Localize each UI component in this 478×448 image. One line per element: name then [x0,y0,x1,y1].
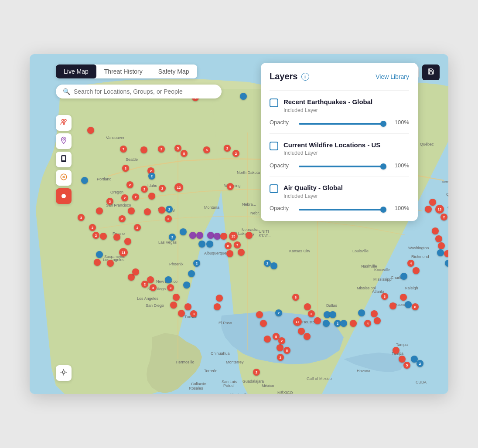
svg-text:Chihuahua: Chihuahua [211,351,230,356]
opacity-slider-wrap-air-quality [299,204,386,212]
layers-header: Layers i View Library [270,71,409,81]
svg-text:Hermosillo: Hermosillo [176,360,195,364]
layer-name-wildfires: Current Wildfire Locations - US [283,141,409,149]
sidebar-people-btn[interactable] [56,115,72,131]
svg-text:Oregon: Oregon [110,190,123,194]
layers-title-text: Layers [270,71,298,81]
tab-safety-map[interactable]: Safety Map [150,64,197,78]
opacity-label-air-quality: Opacity [270,205,294,211]
svg-text:San Francisco: San Francisco [106,203,131,207]
layer-name-earthquakes: Recent Earthquakes - Global [283,98,409,106]
svg-text:Idaho: Idaho [147,183,157,188]
svg-text:New Mexico: New Mexico [156,279,178,284]
opacity-slider-wrap-wildfires [299,161,386,169]
search-icon: 🔍 [63,88,70,95]
layer-info-earthquakes: Recent Earthquakes - Global Included Lay… [283,98,409,113]
svg-text:Seattle: Seattle [126,157,138,162]
svg-text:STAT...: STAT... [259,234,271,238]
svg-rect-72 [62,156,65,161]
layer-name-air-quality: Air Quality - Global [283,183,409,192]
alert-icon [60,173,68,183]
save-icon [427,69,434,76]
svg-text:Charlotte: Charlotte [391,275,407,280]
layer-checkbox-wildfires[interactable] [270,142,278,150]
svg-text:Potosí: Potosí [223,384,235,388]
svg-text:North Dakota: North Dakota [237,170,260,175]
svg-text:San Diego: San Diego [147,287,166,291]
svg-point-69 [65,119,67,122]
opacity-label-earthquakes: Opacity [270,119,294,126]
layer-info-air-quality: Air Quality - Global Included Layer [283,183,409,199]
opacity-row-air-quality: Opacity 100% [270,204,409,212]
layer-row-earthquakes: Recent Earthquakes - Global Included Lay… [270,98,409,113]
svg-text:Albuquerque: Albuquerque [204,251,226,255]
svg-text:Mexico City: Mexico City [230,393,251,394]
layer-info-wildfires: Current Wildfire Locations - US Included… [283,141,409,156]
svg-text:Raleigh: Raleigh [405,286,418,290]
svg-text:Vancouver: Vancouver [106,136,124,140]
sidebar-alert-btn[interactable] [56,170,72,186]
svg-text:Rosales: Rosales [189,386,203,390]
layer-checkbox-air-quality[interactable] [270,184,278,193]
svg-text:Wyoming: Wyoming [224,183,240,188]
sidebar [56,115,72,204]
svg-text:Los Angeles: Los Angeles [137,296,159,301]
top-nav: Live Map Threat History Safety Map [56,64,197,78]
layer-item-wildfires: Current Wildfire Locations - US Included… [270,133,409,176]
opacity-row-wildfires: Opacity 100% [270,161,409,169]
sidebar-red-dot-btn[interactable] [56,188,72,204]
svg-point-70 [63,139,65,140]
svg-text:Portland: Portland [97,177,112,181]
svg-text:Wyoming: Wyoming [158,207,174,212]
tab-threat-history[interactable]: Threat History [96,64,150,78]
svg-text:Gulf of Mexico: Gulf of Mexico [307,377,332,381]
search-input[interactable] [74,88,215,95]
people-icon [60,118,68,128]
save-btn[interactable] [422,64,440,80]
phone-icon [60,155,68,164]
sidebar-phone-btn[interactable] [56,152,72,167]
svg-text:Atlanta: Atlanta [372,289,384,294]
view-library-link[interactable]: View Library [376,73,409,80]
svg-text:Phoenix: Phoenix [169,262,184,266]
svg-text:Washington: Washington [408,246,429,250]
svg-text:Richmond: Richmond [411,255,429,259]
svg-text:Québec: Québec [420,142,434,146]
svg-text:Las Vegas: Las Vegas [158,240,177,244]
sidebar-location-btn[interactable] [56,133,72,149]
opacity-label-wildfires: Opacity [270,162,294,169]
opacity-slider-wrap-earthquakes [299,119,386,126]
layers-panel: Layers i View Library Recent Earthquakes… [261,63,418,221]
layer-row-air-quality: Air Quality - Global Included Layer [270,183,409,199]
svg-text:Sacramento: Sacramento [104,255,126,259]
layer-item-air-quality: Air Quality - Global Included Layer Opac… [270,176,409,212]
opacity-slider-wildfires[interactable] [299,166,386,167]
svg-text:Que...: Que... [446,192,448,197]
tab-live-map[interactable]: Live Map [56,64,96,78]
svg-text:Ottawa: Ottawa [447,205,448,210]
layer-sub-earthquakes: Included Layer [283,107,409,113]
info-icon[interactable]: i [301,73,309,81]
layer-checkbox-earthquakes[interactable] [270,98,278,107]
svg-text:Dallas: Dallas [326,303,338,308]
svg-text:Montana: Montana [204,205,219,210]
svg-text:Tampa: Tampa [396,343,408,347]
opacity-slider-air-quality[interactable] [299,209,386,210]
current-location-btn[interactable] [56,365,72,381]
svg-text:Tucson: Tucson [184,315,197,319]
svg-text:Kansas City: Kansas City [289,249,311,253]
red-dot-icon [61,194,66,198]
layer-row-wildfires: Current Wildfire Locations - US Included… [270,141,409,156]
svg-text:San Diego: San Diego [146,303,164,308]
svg-text:Louisville: Louisville [352,249,369,253]
svg-text:Nebra...: Nebra... [242,202,256,207]
svg-text:El Paso: El Paso [219,321,232,325]
layer-item-earthquakes: Recent Earthquakes - Global Included Lay… [270,90,409,133]
svg-text:Nebr.: Nebr. [250,211,260,215]
svg-text:Nebraska: Nebraska [242,227,259,232]
crosshair-icon [60,368,68,378]
opacity-value-earthquakes: 100% [392,119,409,126]
opacity-slider-earthquakes[interactable] [299,123,386,125]
svg-text:UNITI: UNITI [259,229,269,234]
app-container: Vancouver Seattle Portland San Francisco… [30,54,448,394]
